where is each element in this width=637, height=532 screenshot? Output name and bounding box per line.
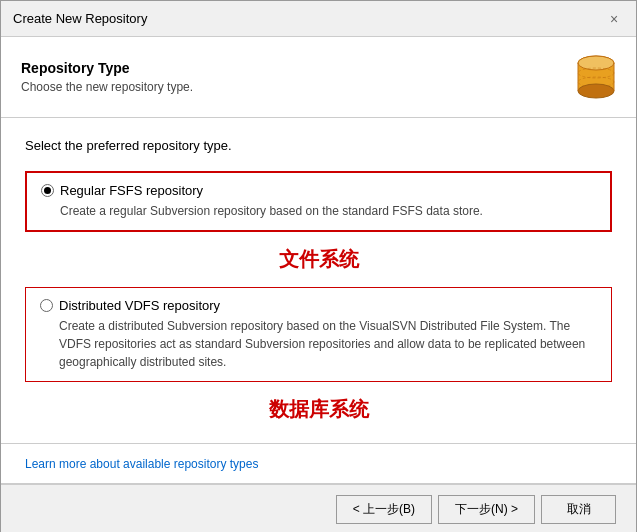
- vdfs-radio[interactable]: [40, 299, 53, 312]
- annotation-database: 数据库系统: [25, 396, 612, 423]
- title-bar: Create New Repository ×: [1, 1, 636, 37]
- vdfs-option[interactable]: Distributed VDFS repository Create a dis…: [25, 287, 612, 382]
- svg-point-3: [578, 56, 614, 70]
- content-area: Select the preferred repository type. Re…: [1, 118, 636, 444]
- next-button[interactable]: 下一步(N) >: [438, 495, 535, 524]
- section-subtitle: Choose the new repository type.: [21, 80, 193, 94]
- fsfs-title: Regular FSFS repository: [60, 183, 203, 198]
- create-repository-dialog: Create New Repository × Repository Type …: [0, 0, 637, 532]
- vdfs-title: Distributed VDFS repository: [59, 298, 220, 313]
- vdfs-option-header: Distributed VDFS repository: [40, 298, 597, 313]
- svg-point-2: [578, 84, 614, 98]
- fsfs-radio[interactable]: [41, 184, 54, 197]
- select-label: Select the preferred repository type.: [25, 138, 612, 153]
- back-button[interactable]: < 上一步(B): [336, 495, 432, 524]
- vdfs-description: Create a distributed Subversion reposito…: [59, 317, 597, 371]
- footer: < 上一步(B) 下一步(N) > 取消: [1, 484, 636, 532]
- header-section: Repository Type Choose the new repositor…: [1, 37, 636, 118]
- link-section: Learn more about available repository ty…: [1, 444, 636, 484]
- learn-more-link[interactable]: Learn more about available repository ty…: [25, 457, 258, 471]
- fsfs-option[interactable]: Regular FSFS repository Create a regular…: [25, 171, 612, 232]
- annotation-filesystem: 文件系统: [25, 246, 612, 273]
- database-icon: [576, 53, 616, 101]
- close-button[interactable]: ×: [604, 9, 624, 29]
- header-text: Repository Type Choose the new repositor…: [21, 60, 193, 94]
- fsfs-option-header: Regular FSFS repository: [41, 183, 596, 198]
- section-title: Repository Type: [21, 60, 193, 76]
- dialog-title: Create New Repository: [13, 11, 147, 26]
- fsfs-description: Create a regular Subversion repository b…: [60, 202, 596, 220]
- cancel-button[interactable]: 取消: [541, 495, 616, 524]
